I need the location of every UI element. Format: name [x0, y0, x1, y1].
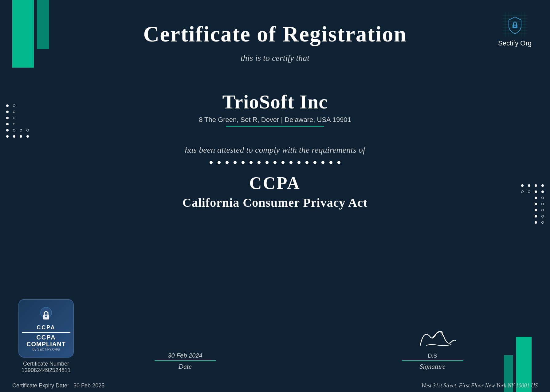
- certificate-footer: Certificate Expiry Date: 30 Feb 2025 Wes…: [0, 382, 550, 389]
- separator-dot: [313, 161, 316, 164]
- dot: [20, 129, 22, 131]
- separator-dot: [234, 161, 237, 164]
- separator-dot: [297, 161, 301, 164]
- expiry-label-text: Certificate Expiry Date:: [12, 382, 69, 389]
- corner-decoration-top-left: [12, 0, 34, 68]
- dot: [13, 117, 15, 119]
- signature-label: Signature: [419, 363, 446, 370]
- dot: [541, 215, 544, 218]
- badge-compliant-text-2: COMPLIANT: [26, 341, 66, 347]
- dot: [13, 123, 15, 125]
- dot: [13, 104, 15, 107]
- certificate-number-value: 1390624492524811: [22, 367, 71, 374]
- signature-image: [402, 327, 463, 351]
- signature-svg: [402, 324, 463, 351]
- badge-ccpa-text: CCPA: [37, 324, 56, 331]
- separator-dot: [226, 161, 229, 164]
- signature-section: D.S Signature: [402, 327, 463, 370]
- dot: [541, 184, 544, 187]
- separator-dot: [265, 161, 269, 164]
- dot: [6, 129, 9, 131]
- company-name: TrioSoft Inc: [199, 91, 351, 113]
- separator-dot: [289, 161, 293, 164]
- dot: [535, 221, 537, 224]
- dot: [26, 135, 29, 138]
- ccpa-full-name: California Consumer Privacy Act: [183, 195, 367, 210]
- separator-dot: [218, 161, 221, 164]
- dot: [13, 129, 15, 131]
- dot: [528, 184, 530, 187]
- dot: [13, 135, 15, 138]
- dot: [521, 184, 524, 187]
- dot: [535, 190, 537, 193]
- dot: [535, 197, 537, 199]
- sectify-logo-icon: [503, 12, 527, 37]
- expiry-date-value: 30 Feb 2025: [73, 382, 104, 389]
- separator-dot: [249, 161, 253, 164]
- badge-by-text: By SECTIFY.ORG: [32, 347, 60, 351]
- dot: [6, 135, 9, 138]
- dot: [535, 184, 537, 187]
- dot: [535, 215, 537, 218]
- separator-dot: [305, 161, 308, 164]
- dot: [535, 209, 537, 211]
- certificate-number-label: Certificate Number: [22, 361, 71, 367]
- date-line: [155, 360, 216, 361]
- dot: [541, 190, 544, 193]
- top-right-logo: Sectify Org: [498, 12, 532, 47]
- svg-rect-17: [515, 26, 515, 27]
- date-signature-area: 30 Feb 2024 Date D.S Signature: [80, 327, 538, 374]
- left-badge-section: CCPA CCPA COMPLIANT By SECTIFY.ORG Certi…: [12, 299, 80, 374]
- ccpa-code: CCPA: [249, 173, 301, 193]
- dot: [20, 135, 22, 138]
- dot: [521, 190, 524, 193]
- date-label: Date: [179, 363, 192, 370]
- expiry-label: Certificate Expiry Date: 30 Feb 2025: [12, 382, 104, 389]
- cert-number-block: Certificate Number 1390624492524811: [22, 361, 71, 374]
- expiry-section: Certificate Expiry Date: 30 Feb 2025: [12, 382, 104, 389]
- date-section: 30 Feb 2024 Date: [155, 352, 216, 370]
- compliance-text: has been attested to comply with the req…: [185, 145, 365, 155]
- signature-line: [402, 360, 463, 361]
- dot: [13, 111, 15, 113]
- dot: [541, 221, 544, 224]
- certificate: Sectify Org: [0, 0, 550, 392]
- ccpa-badge: CCPA CCPA COMPLIANT By SECTIFY.ORG: [18, 299, 74, 358]
- dot: [6, 111, 9, 113]
- date-value: 30 Feb 2024: [168, 352, 202, 359]
- badge-compliant-text: CCPA: [26, 334, 66, 341]
- separator-dot: [329, 161, 332, 164]
- dot: [6, 123, 9, 125]
- signature-person-name: D.S: [428, 353, 437, 359]
- corner-decoration-top-left-2: [37, 0, 49, 49]
- separator-dot: [210, 161, 213, 164]
- org-name: Sectify Org: [498, 39, 532, 47]
- dot: [6, 104, 9, 107]
- bottom-section: CCPA CCPA COMPLIANT By SECTIFY.ORG Certi…: [0, 299, 550, 374]
- dot: [535, 203, 537, 205]
- certificate-title: Certificate of Registration: [143, 22, 407, 47]
- dot: [6, 117, 9, 119]
- separator-dot: [281, 161, 285, 164]
- separator-dot: [242, 161, 245, 164]
- separator-dot: [273, 161, 277, 164]
- separator-dot: [337, 161, 340, 164]
- dot: [541, 209, 544, 211]
- address-underline: [226, 126, 324, 127]
- company-address: 8 The Green, Set R, Dover | Delaware, US…: [199, 116, 351, 124]
- main-content: Certificate of Registration this is to c…: [0, 0, 550, 210]
- dot: [528, 190, 530, 193]
- badge-lock-icon: [37, 306, 55, 324]
- badge-divider: [22, 332, 70, 333]
- dot-separator: [210, 161, 340, 164]
- separator-dot: [321, 161, 324, 164]
- company-section: TrioSoft Inc 8 The Green, Set R, Dover |…: [199, 75, 351, 127]
- certificate-subtitle: this is to certify that: [241, 53, 309, 63]
- dot: [26, 129, 29, 131]
- left-dots-decoration: [6, 104, 29, 138]
- dot: [541, 203, 544, 205]
- svg-rect-21: [46, 317, 46, 318]
- dot: [541, 197, 544, 199]
- right-dots-decoration: [521, 184, 544, 224]
- footer-address: West 31st Street, First Floor New York N…: [421, 382, 538, 389]
